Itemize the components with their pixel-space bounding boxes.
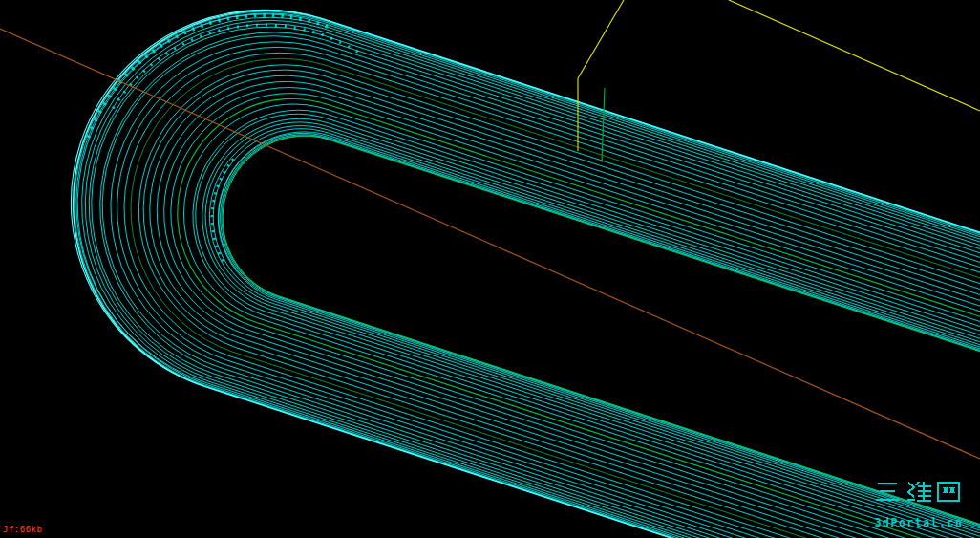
toolpath-loop xyxy=(171,94,980,538)
toolpath-loop xyxy=(193,110,980,538)
watermark-cjk-char-wang xyxy=(938,483,959,501)
watermark-subtitle: 3dPortal.cn xyxy=(875,516,964,529)
toolpath-loop xyxy=(209,126,980,538)
green-curve-segment xyxy=(602,88,605,162)
toolpath-loop xyxy=(219,133,980,538)
toolpath-loop xyxy=(92,27,980,538)
toolpath-loop xyxy=(89,24,980,538)
status-readout: Jf:66kb xyxy=(3,525,42,534)
yellow-construction-line xyxy=(729,0,980,111)
toolpath-loop xyxy=(196,114,980,538)
toolpath-loop xyxy=(85,20,980,538)
yellow-construction-line xyxy=(578,0,624,78)
toolpath-loop xyxy=(202,118,980,538)
watermark-cjk-char-wei xyxy=(907,482,931,502)
toolpath-loop xyxy=(183,104,980,538)
toolpath-curves xyxy=(71,10,980,538)
toolpath-loop xyxy=(131,58,980,538)
toolpath-loop xyxy=(213,129,980,538)
toolpath-loop xyxy=(164,88,980,538)
toolpath-loop xyxy=(124,53,980,538)
wireframe-geometry xyxy=(0,0,980,459)
cad-viewport[interactable]: 3dPortal.cn 三维网 Jf:66kb xyxy=(0,0,980,538)
